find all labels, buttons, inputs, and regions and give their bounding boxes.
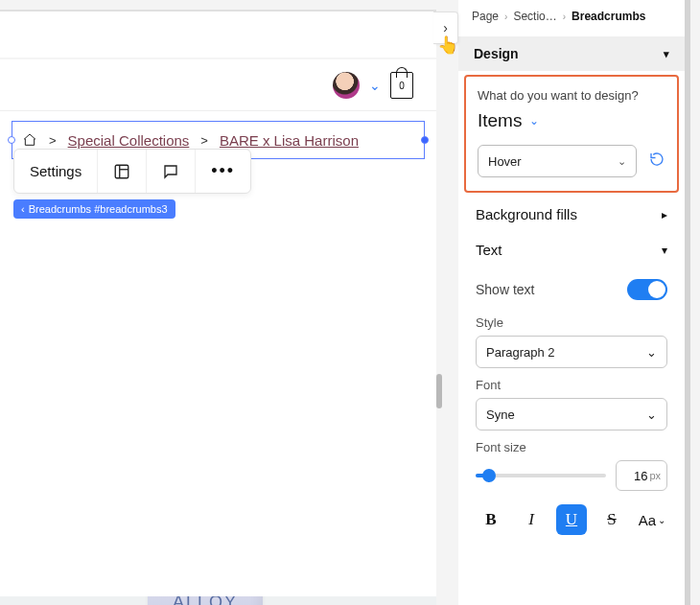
breadcrumb-link-1[interactable]: Special Collections: [68, 132, 190, 149]
comment-button[interactable]: [147, 150, 196, 193]
strikethrough-button[interactable]: S: [596, 504, 627, 535]
font-size-label: Font size: [476, 440, 667, 454]
style-label: Style: [476, 315, 667, 330]
cursor-icon: 👆: [437, 35, 458, 56]
cart-icon[interactable]: [390, 72, 413, 99]
design-panel: Page › Sectio… › Breadcrumbs Design ▾ Wh…: [458, 0, 690, 605]
design-question-label: What do you want to design?: [478, 88, 665, 103]
chevron-down-icon: ⌄: [646, 407, 657, 422]
canvas-area: ⌄ > Special Collections > BARE x Lisa Ha…: [0, 10, 436, 605]
show-text-label: Show text: [476, 282, 534, 297]
font-label: Font: [476, 378, 667, 392]
chevron-down-icon[interactable]: ⌄: [369, 78, 381, 93]
design-scope-selector[interactable]: Items ⌄: [478, 110, 665, 131]
site-header: ⌄: [0, 59, 436, 111]
canvas-topbar: [0, 10, 436, 58]
font-size-input[interactable]: 16 px: [616, 460, 667, 491]
chevron-down-icon: ⌄: [618, 155, 626, 168]
font-size-value: 16: [634, 469, 647, 483]
reset-state-icon[interactable]: [648, 151, 665, 172]
chevron-down-icon: ⌄: [658, 515, 665, 525]
selection-tag[interactable]: ‹ Breadcrumbs #breadcrumbs3: [13, 199, 175, 219]
chevron-right-icon: ▸: [662, 208, 667, 221]
style-select-value: Paragraph 2: [486, 345, 555, 360]
state-dropdown-value: Hover: [488, 154, 522, 169]
slider-thumb[interactable]: [482, 469, 496, 482]
breadcrumb-separator: >: [200, 133, 208, 148]
text-section-header[interactable]: Text ▾: [458, 232, 685, 268]
design-scope-value: Items: [478, 110, 522, 131]
background-fills-row[interactable]: Background fills ▸: [458, 197, 685, 232]
site-preview: ⌄ > Special Collections > BARE x Lisa Ha…: [0, 59, 436, 596]
svg-rect-0: [115, 165, 128, 178]
chevron-left-icon: ‹: [21, 203, 25, 215]
product-label: ALLOY: [148, 462, 263, 605]
settings-button[interactable]: Settings: [14, 150, 98, 193]
resize-handle-right[interactable]: [421, 136, 429, 144]
style-select[interactable]: Paragraph 2 ⌄: [476, 336, 667, 368]
breadcrumb-separator: >: [49, 133, 57, 148]
element-toolbar: Settings •••: [13, 149, 251, 194]
case-label: Aa: [639, 512, 656, 528]
design-header-label: Design: [474, 46, 519, 61]
breadcrumb-link-2[interactable]: BARE x Lisa Harrison: [220, 132, 359, 149]
chevron-down-icon: ⌄: [529, 114, 539, 128]
font-size-unit: px: [649, 470, 661, 481]
resize-handle-left[interactable]: [8, 136, 15, 144]
state-dropdown[interactable]: Hover ⌄: [478, 145, 637, 177]
italic-button[interactable]: I: [516, 504, 547, 535]
font-size-slider[interactable]: [476, 474, 606, 477]
product-image: ALLOY: [138, 318, 272, 605]
chevron-down-icon: ▾: [664, 48, 669, 60]
panel-crumb-page[interactable]: Page: [472, 10, 499, 23]
home-icon[interactable]: [22, 132, 37, 148]
panel-crumb-section[interactable]: Sectio…: [513, 10, 556, 23]
chevron-right-icon: ›: [563, 12, 566, 22]
product-background: ALLOY: [0, 213, 436, 605]
panel-breadcrumb: Page › Sectio… › Breadcrumbs: [458, 0, 685, 36]
panel-crumb-current: Breadcrumbs: [572, 10, 645, 23]
design-section-header[interactable]: Design ▾: [458, 36, 685, 71]
design-target-box: What do you want to design? Items ⌄ Hove…: [464, 75, 679, 193]
selection-tag-label: Breadcrumbs #breadcrumbs3: [29, 203, 168, 215]
font-select-value: Syne: [486, 407, 515, 422]
chevron-down-icon: ⌄: [646, 345, 657, 360]
chevron-right-icon: ›: [504, 12, 507, 22]
canvas-scrollbar[interactable]: [436, 374, 442, 408]
underline-button[interactable]: U: [556, 504, 587, 535]
layout-button[interactable]: [98, 150, 147, 193]
chevron-down-icon: ▾: [662, 244, 667, 257]
avatar[interactable]: [333, 72, 360, 99]
text-case-button[interactable]: Aa ⌄: [637, 504, 667, 535]
bold-button[interactable]: B: [476, 504, 506, 535]
strike-label: S: [607, 510, 616, 529]
background-fills-label: Background fills: [476, 206, 577, 222]
more-button[interactable]: •••: [196, 150, 250, 193]
show-text-toggle[interactable]: [627, 279, 667, 300]
text-format-bar: B I U S Aa ⌄: [458, 491, 685, 535]
text-section-label: Text: [476, 242, 502, 258]
font-select[interactable]: Syne ⌄: [476, 398, 667, 430]
